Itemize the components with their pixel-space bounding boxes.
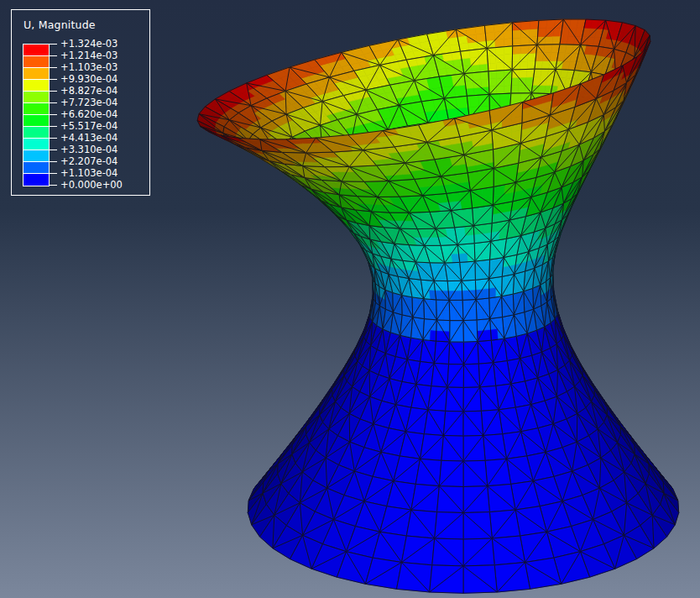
legend-value-label: +0.000e+00 bbox=[60, 179, 123, 191]
legend-value-label: +1.103e-03 bbox=[60, 61, 118, 73]
legend-value-label: +4.413e-04 bbox=[60, 132, 118, 144]
legend-value-label: +7.723e-04 bbox=[60, 97, 118, 108]
legend-color-swatch bbox=[24, 68, 49, 80]
contour-legend: U, Magnitude +1.324e-03+1.214e-03+1.103e… bbox=[11, 9, 150, 196]
legend-tick bbox=[49, 173, 57, 174]
legend-tick bbox=[49, 67, 57, 68]
legend-color-swatch bbox=[24, 103, 49, 115]
legend-color-swatch bbox=[24, 115, 49, 127]
legend-value-label: +1.103e-04 bbox=[60, 167, 118, 179]
legend-color-swatch bbox=[24, 92, 49, 103]
abaqus-viewport[interactable]: U, Magnitude +1.324e-03+1.214e-03+1.103e… bbox=[0, 0, 700, 598]
legend-value-label: +5.517e-04 bbox=[60, 120, 118, 132]
legend-tick bbox=[49, 138, 57, 139]
legend-tick bbox=[49, 91, 57, 92]
legend-value-label: +1.324e-03 bbox=[60, 38, 118, 50]
legend-color-swatch bbox=[24, 162, 49, 174]
legend-tick bbox=[49, 102, 57, 103]
legend-color-swatch bbox=[24, 127, 49, 139]
legend-tick bbox=[49, 150, 57, 150]
legend-value-label: +2.207e-04 bbox=[60, 155, 118, 167]
legend-value-label: +1.214e-03 bbox=[60, 50, 118, 61]
legend-value-label: +3.310e-04 bbox=[60, 144, 118, 155]
legend-tick bbox=[49, 55, 57, 56]
legend-tick bbox=[49, 161, 57, 162]
legend-tick bbox=[49, 185, 57, 186]
legend-value-label: +9.930e-04 bbox=[60, 73, 118, 85]
legend-tick bbox=[49, 79, 57, 80]
legend-color-swatch bbox=[24, 139, 49, 150]
legend-color-swatch bbox=[24, 80, 49, 92]
legend-value-label: +8.827e-04 bbox=[60, 85, 118, 97]
legend-tick bbox=[49, 126, 57, 127]
legend-color-swatch bbox=[24, 174, 49, 186]
legend-color-swatch bbox=[24, 150, 49, 162]
legend-color-swatch bbox=[24, 56, 49, 68]
legend-color-swatch bbox=[24, 45, 49, 56]
legend-value-label: +6.620e-04 bbox=[60, 108, 118, 120]
legend-tick bbox=[49, 114, 57, 115]
legend-color-bar bbox=[23, 44, 50, 186]
legend-tick bbox=[49, 44, 57, 45]
legend-title: U, Magnitude bbox=[24, 18, 96, 31]
